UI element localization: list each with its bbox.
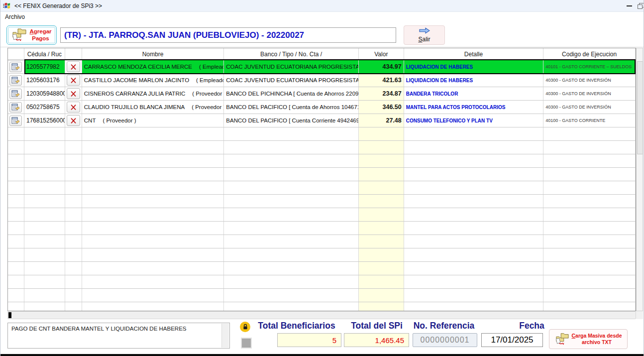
empty-cell bbox=[82, 222, 224, 235]
column-header: Codigo de Ejecucion bbox=[543, 48, 636, 60]
table-row-empty[interactable] bbox=[8, 302, 636, 311]
table-row-empty[interactable] bbox=[8, 141, 636, 154]
row-edit-button[interactable] bbox=[9, 89, 22, 99]
empty-cell bbox=[224, 248, 359, 261]
empty-cell bbox=[404, 181, 544, 194]
table-row-empty[interactable] bbox=[8, 181, 636, 195]
total-beneficiarios-field[interactable]: 5 bbox=[277, 333, 341, 347]
empty-cell bbox=[24, 248, 65, 261]
empty-cell bbox=[24, 289, 65, 302]
table-row-empty[interactable] bbox=[8, 127, 636, 141]
empty-cell bbox=[404, 235, 544, 248]
empty-cell bbox=[359, 235, 404, 248]
codigo-ejecucion-cell: 40101 - GASTO CORRIENTE – SUELDOS bbox=[543, 60, 636, 73]
table-row[interactable]: 1205577982CARRASCO MENDOZA CECILIA MERCE… bbox=[8, 60, 636, 74]
total-spi-field[interactable]: 1,465.45 bbox=[344, 333, 409, 347]
row-edit-form-icon bbox=[11, 104, 20, 111]
banco-cell: COAC JUVENTUD ECUATORIANA PROGRESISTA LT… bbox=[224, 74, 359, 87]
agregar-pagos-button[interactable]: Agregar Pagos bbox=[6, 25, 57, 45]
row-delete-button[interactable] bbox=[67, 75, 80, 86]
table-row-empty[interactable] bbox=[8, 248, 636, 262]
row-delete-button[interactable] bbox=[67, 88, 80, 99]
add-pagos-folder-icon bbox=[11, 27, 27, 43]
codigo-ejecucion-cell: 40300 - GASTO DE INVERSIÓN bbox=[543, 87, 636, 100]
empty-cell bbox=[24, 181, 65, 194]
table-row[interactable]: 1205603176CASTILLO JACOME MARLON JACINTO… bbox=[8, 74, 636, 87]
row-delete-button[interactable] bbox=[67, 61, 80, 72]
table-row-empty[interactable] bbox=[8, 154, 636, 168]
valor-cell: 27.48 bbox=[359, 114, 404, 127]
salir-button[interactable]: Salir bbox=[404, 25, 445, 45]
restore-button[interactable] bbox=[638, 0, 644, 12]
vertical-scrollbar[interactable] bbox=[636, 48, 643, 311]
payment-note-input[interactable]: PAGO DE CNT BANDERA MANTEL Y LIQUIDACION… bbox=[7, 323, 230, 349]
row-delete-button[interactable] bbox=[67, 115, 80, 126]
table-row-empty[interactable] bbox=[8, 222, 636, 235]
table-row-empty[interactable] bbox=[8, 208, 636, 222]
entity-title-field[interactable]: (TR) - JTA. PARROQ.SAN JUAN (PUEBLOVIEJO… bbox=[60, 27, 396, 43]
table-row-empty[interactable] bbox=[8, 262, 636, 275]
empty-cell bbox=[8, 168, 24, 181]
empty-cell bbox=[8, 235, 24, 248]
table-row-empty[interactable] bbox=[8, 235, 636, 248]
codigo-ejecucion-cell: 40300 - GASTO DE INVERSIÓN bbox=[543, 74, 636, 87]
no-referencia-field[interactable]: 0000000001 bbox=[413, 333, 477, 347]
table-row[interactable]: 1768152560001CNT( Proveedor )BANCO DEL P… bbox=[8, 114, 636, 127]
total-spi-label: Total del SPi bbox=[344, 321, 410, 331]
vertical-scrollbar-thumb[interactable] bbox=[637, 61, 643, 154]
table-row[interactable]: 0502758675CLAUDIO TRUJILLO BLANCA JIMENA… bbox=[8, 101, 636, 114]
note-scrollbar[interactable] bbox=[221, 324, 229, 348]
empty-cell bbox=[224, 127, 359, 140]
carga-masiva-button[interactable]: Carga Masiva desde archivo TXT bbox=[549, 329, 628, 349]
empty-cell bbox=[404, 127, 544, 140]
empty-cell bbox=[65, 195, 82, 208]
empty-cell bbox=[404, 168, 544, 181]
banco-cell: BANCO DEL PICHINCHA [ Cuenta de Ahorros … bbox=[224, 87, 359, 100]
empty-cell bbox=[8, 181, 24, 194]
toolbar: Agregar Pagos (TR) - JTA. PARROQ.SAN JUA… bbox=[0, 22, 644, 47]
table-row-empty[interactable] bbox=[8, 168, 636, 181]
minimize-button[interactable] bbox=[621, 0, 638, 12]
horizontal-scrollbar[interactable] bbox=[7, 311, 636, 319]
row-edit-cell bbox=[8, 114, 24, 127]
empty-cell bbox=[8, 289, 24, 302]
empty-cell bbox=[543, 302, 636, 311]
row-delete-button[interactable] bbox=[67, 102, 80, 113]
empty-cell bbox=[224, 168, 359, 181]
horizontal-scrollbar-thumb[interactable] bbox=[8, 312, 11, 318]
empty-cell bbox=[543, 195, 636, 208]
carga-masiva-label: Carga Masiva desde archivo TXT bbox=[572, 333, 622, 345]
row-edit-button[interactable] bbox=[9, 102, 22, 113]
menu-archivo[interactable]: Archivo bbox=[0, 12, 29, 21]
banco-cell: BANCO DEL PACIFICO [ Cuenta de Ahorros 1… bbox=[224, 101, 359, 114]
row-edit-button[interactable] bbox=[9, 62, 22, 72]
empty-cell bbox=[404, 195, 544, 208]
app-window: << FENIX Generador de SPi3 >> Archivo bbox=[0, 0, 644, 356]
minimize-icon bbox=[627, 5, 632, 6]
row-edit-button[interactable] bbox=[9, 75, 22, 86]
empty-cell bbox=[82, 248, 224, 261]
empty-cell bbox=[404, 222, 544, 235]
empty-cell bbox=[224, 208, 359, 221]
table-row[interactable]: 1203059488001CISNEROS CARRANZA JULIA PAT… bbox=[8, 87, 636, 101]
empty-cell bbox=[359, 154, 404, 167]
fecha-field[interactable]: 17/01/2025 bbox=[481, 333, 543, 347]
detalle-cell: CONSUMO TELEFONICO Y PLAN TV bbox=[404, 114, 544, 127]
table-row-empty[interactable] bbox=[8, 289, 636, 302]
empty-cell bbox=[8, 154, 24, 167]
empty-cell bbox=[24, 302, 65, 311]
nombre-cell: CARRASCO MENDOZA CECILIA MERCE( Empleado… bbox=[82, 60, 224, 73]
table-row-empty[interactable] bbox=[8, 195, 636, 208]
empty-cell bbox=[82, 289, 224, 302]
nombre-cell: CASTILLO JACOME MARLON JACINTO( Empleado… bbox=[82, 74, 224, 87]
carga-folder-icon bbox=[555, 332, 569, 347]
column-header: Nombre bbox=[82, 48, 224, 60]
empty-cell bbox=[24, 235, 65, 248]
row-edit-form-icon bbox=[11, 63, 20, 71]
empty-cell bbox=[224, 154, 359, 167]
empty-cell bbox=[359, 262, 404, 275]
table-row-empty[interactable] bbox=[8, 275, 636, 289]
row-edit-button[interactable] bbox=[9, 116, 22, 126]
total-beneficiarios-label: Total Beneficiarios bbox=[252, 321, 341, 331]
empty-cell bbox=[359, 275, 404, 288]
